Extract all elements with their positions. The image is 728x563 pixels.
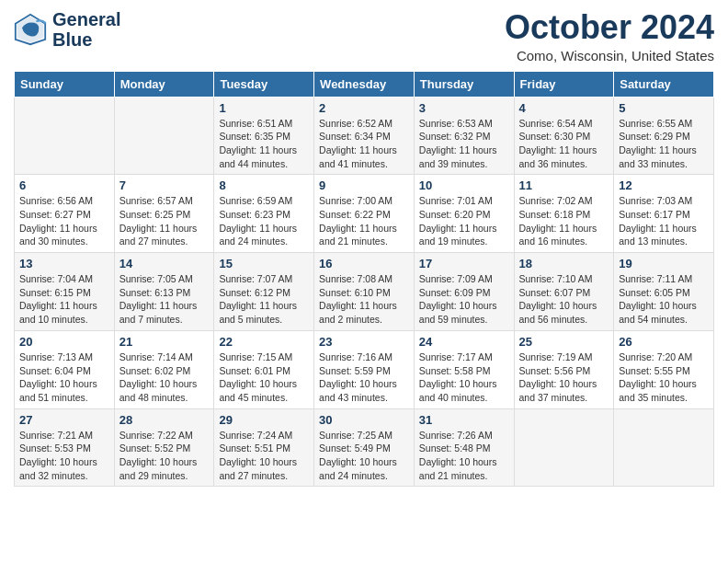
calendar-cell: 29Sunrise: 7:24 AM Sunset: 5:51 PM Dayli… (214, 408, 314, 487)
calendar-header: SundayMondayTuesdayWednesdayThursdayFrid… (15, 71, 714, 97)
logo-text: General Blue (52, 9, 120, 50)
weekday-header: Saturday (614, 71, 714, 97)
calendar-cell: 8Sunrise: 6:59 AM Sunset: 6:23 PM Daylig… (214, 175, 314, 253)
day-number: 20 (19, 335, 109, 349)
calendar-cell: 6Sunrise: 6:56 AM Sunset: 6:27 PM Daylig… (15, 175, 115, 253)
day-info: Sunrise: 7:11 AM Sunset: 6:05 PM Dayligh… (619, 272, 709, 327)
calendar-cell: 30Sunrise: 7:25 AM Sunset: 5:49 PM Dayli… (314, 408, 415, 487)
day-info: Sunrise: 7:13 AM Sunset: 6:04 PM Dayligh… (19, 350, 109, 405)
calendar-cell: 27Sunrise: 7:21 AM Sunset: 5:53 PM Dayli… (15, 408, 115, 487)
day-number: 21 (119, 335, 210, 349)
calendar-cell: 10Sunrise: 7:01 AM Sunset: 6:20 PM Dayli… (414, 175, 514, 253)
weekday-row: SundayMondayTuesdayWednesdayThursdayFrid… (15, 71, 714, 97)
day-number: 11 (519, 178, 609, 192)
calendar-cell: 28Sunrise: 7:22 AM Sunset: 5:52 PM Dayli… (114, 408, 214, 487)
day-number: 16 (319, 257, 409, 270)
calendar-cell: 11Sunrise: 7:02 AM Sunset: 6:18 PM Dayli… (514, 175, 614, 253)
calendar-cell: 25Sunrise: 7:19 AM Sunset: 5:56 PM Dayli… (514, 330, 614, 408)
day-info: Sunrise: 7:20 AM Sunset: 5:55 PM Dayligh… (619, 350, 709, 405)
day-info: Sunrise: 7:19 AM Sunset: 5:56 PM Dayligh… (519, 350, 609, 405)
day-number: 24 (419, 335, 509, 349)
calendar-cell: 22Sunrise: 7:15 AM Sunset: 6:01 PM Dayli… (214, 330, 314, 408)
calendar-cell: 1Sunrise: 6:51 AM Sunset: 6:35 PM Daylig… (214, 97, 314, 175)
day-info: Sunrise: 7:16 AM Sunset: 5:59 PM Dayligh… (319, 350, 409, 405)
calendar-cell: 15Sunrise: 7:07 AM Sunset: 6:12 PM Dayli… (214, 253, 314, 331)
calendar-cell: 16Sunrise: 7:08 AM Sunset: 6:10 PM Dayli… (314, 253, 415, 331)
calendar-cell: 31Sunrise: 7:26 AM Sunset: 5:48 PM Dayli… (414, 408, 514, 487)
day-info: Sunrise: 7:24 AM Sunset: 5:51 PM Dayligh… (219, 429, 309, 483)
day-info: Sunrise: 7:26 AM Sunset: 5:48 PM Dayligh… (419, 429, 509, 483)
calendar-cell: 9Sunrise: 7:00 AM Sunset: 6:22 PM Daylig… (314, 175, 415, 253)
day-number: 15 (219, 257, 309, 270)
day-number: 3 (419, 101, 509, 115)
day-info: Sunrise: 6:59 AM Sunset: 6:23 PM Dayligh… (219, 194, 309, 248)
day-info: Sunrise: 7:02 AM Sunset: 6:18 PM Dayligh… (519, 194, 609, 248)
calendar-cell: 2Sunrise: 6:52 AM Sunset: 6:34 PM Daylig… (314, 97, 415, 175)
day-number: 5 (619, 101, 709, 115)
calendar-cell: 18Sunrise: 7:10 AM Sunset: 6:07 PM Dayli… (514, 253, 614, 331)
day-number: 22 (219, 335, 309, 349)
day-number: 17 (419, 257, 509, 270)
day-number: 27 (19, 413, 109, 427)
day-info: Sunrise: 7:08 AM Sunset: 6:10 PM Dayligh… (319, 272, 409, 327)
calendar-week-row: 13Sunrise: 7:04 AM Sunset: 6:15 PM Dayli… (15, 253, 714, 331)
day-info: Sunrise: 7:05 AM Sunset: 6:13 PM Dayligh… (119, 272, 210, 327)
calendar-cell: 14Sunrise: 7:05 AM Sunset: 6:13 PM Dayli… (114, 253, 214, 331)
day-number: 23 (319, 335, 409, 349)
day-info: Sunrise: 7:10 AM Sunset: 6:07 PM Dayligh… (519, 272, 609, 327)
day-number: 13 (19, 257, 109, 270)
calendar-week-row: 20Sunrise: 7:13 AM Sunset: 6:04 PM Dayli… (15, 330, 714, 408)
day-info: Sunrise: 7:09 AM Sunset: 6:09 PM Dayligh… (419, 272, 509, 327)
calendar-table: SundayMondayTuesdayWednesdayThursdayFrid… (14, 71, 714, 488)
calendar-cell: 23Sunrise: 7:16 AM Sunset: 5:59 PM Dayli… (314, 330, 415, 408)
calendar-cell: 24Sunrise: 7:17 AM Sunset: 5:58 PM Dayli… (414, 330, 514, 408)
weekday-header: Monday (114, 71, 214, 97)
day-number: 4 (519, 101, 609, 115)
day-info: Sunrise: 6:55 AM Sunset: 6:29 PM Dayligh… (619, 117, 709, 171)
month-title: October 2024 (505, 9, 714, 46)
day-info: Sunrise: 6:51 AM Sunset: 6:35 PM Dayligh… (219, 117, 309, 171)
calendar-week-row: 6Sunrise: 6:56 AM Sunset: 6:27 PM Daylig… (15, 175, 714, 253)
day-number: 29 (219, 413, 309, 427)
day-number: 30 (319, 413, 409, 427)
calendar-cell: 3Sunrise: 6:53 AM Sunset: 6:32 PM Daylig… (414, 97, 514, 175)
calendar-cell: 5Sunrise: 6:55 AM Sunset: 6:29 PM Daylig… (614, 97, 714, 175)
day-info: Sunrise: 6:53 AM Sunset: 6:32 PM Dayligh… (419, 117, 509, 171)
calendar-cell: 19Sunrise: 7:11 AM Sunset: 6:05 PM Dayli… (614, 253, 714, 331)
calendar-cell (614, 408, 714, 487)
day-number: 31 (419, 413, 509, 427)
weekday-header: Tuesday (214, 71, 314, 97)
title-section: October 2024 Como, Wisconsin, United Sta… (505, 9, 714, 63)
day-number: 8 (219, 178, 309, 192)
calendar-cell (514, 408, 614, 487)
calendar-body: 1Sunrise: 6:51 AM Sunset: 6:35 PM Daylig… (15, 97, 714, 487)
day-info: Sunrise: 6:57 AM Sunset: 6:25 PM Dayligh… (119, 194, 210, 248)
calendar-cell: 26Sunrise: 7:20 AM Sunset: 5:55 PM Dayli… (614, 330, 714, 408)
calendar-week-row: 27Sunrise: 7:21 AM Sunset: 5:53 PM Dayli… (15, 408, 714, 487)
calendar-cell (114, 97, 214, 175)
weekday-header: Wednesday (314, 71, 415, 97)
day-info: Sunrise: 7:22 AM Sunset: 5:52 PM Dayligh… (119, 429, 210, 483)
day-info: Sunrise: 6:54 AM Sunset: 6:30 PM Dayligh… (519, 117, 609, 171)
page-header: General Blue October 2024 Como, Wisconsi… (14, 9, 714, 63)
day-number: 14 (119, 257, 210, 270)
day-info: Sunrise: 7:14 AM Sunset: 6:02 PM Dayligh… (119, 350, 210, 405)
location: Como, Wisconsin, United States (505, 48, 714, 63)
day-info: Sunrise: 6:56 AM Sunset: 6:27 PM Dayligh… (19, 194, 109, 248)
logo-icon (14, 13, 47, 46)
day-info: Sunrise: 7:01 AM Sunset: 6:20 PM Dayligh… (419, 194, 509, 248)
calendar-cell: 21Sunrise: 7:14 AM Sunset: 6:02 PM Dayli… (114, 330, 214, 408)
day-number: 26 (619, 335, 709, 349)
calendar-cell: 12Sunrise: 7:03 AM Sunset: 6:17 PM Dayli… (614, 175, 714, 253)
day-info: Sunrise: 7:15 AM Sunset: 6:01 PM Dayligh… (219, 350, 309, 405)
calendar-cell: 7Sunrise: 6:57 AM Sunset: 6:25 PM Daylig… (114, 175, 214, 253)
day-number: 18 (519, 257, 609, 270)
day-info: Sunrise: 7:04 AM Sunset: 6:15 PM Dayligh… (19, 272, 109, 327)
day-number: 7 (119, 178, 210, 192)
calendar-cell: 20Sunrise: 7:13 AM Sunset: 6:04 PM Dayli… (15, 330, 115, 408)
day-info: Sunrise: 7:17 AM Sunset: 5:58 PM Dayligh… (419, 350, 509, 405)
day-number: 9 (319, 178, 409, 192)
day-info: Sunrise: 7:25 AM Sunset: 5:49 PM Dayligh… (319, 429, 409, 483)
calendar-cell: 13Sunrise: 7:04 AM Sunset: 6:15 PM Dayli… (15, 253, 115, 331)
day-number: 1 (219, 101, 309, 115)
